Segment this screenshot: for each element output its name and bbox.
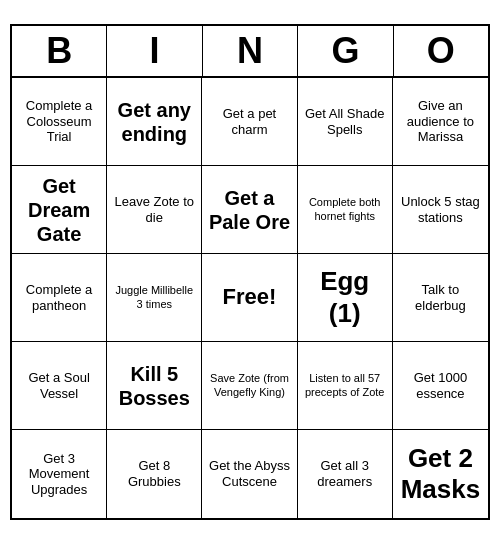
- cell-text-17: Save Zote (from Vengefly King): [206, 372, 292, 398]
- header-letter-n: N: [203, 26, 298, 76]
- bingo-cell-15: Get a Soul Vessel: [12, 342, 107, 430]
- bingo-cell-20: Get 3 Movement Upgrades: [12, 430, 107, 518]
- cell-text-24: Get 2 Masks: [397, 443, 484, 505]
- bingo-card: BINGO Complete a Colosseum TrialGet any …: [10, 24, 490, 520]
- bingo-cell-5: Get Dream Gate: [12, 166, 107, 254]
- cell-text-16: Kill 5 Bosses: [111, 362, 197, 410]
- bingo-cell-0: Complete a Colosseum Trial: [12, 78, 107, 166]
- bingo-cell-12: Free!: [202, 254, 297, 342]
- bingo-cell-1: Get any ending: [107, 78, 202, 166]
- bingo-cell-21: Get 8 Grubbies: [107, 430, 202, 518]
- bingo-cell-19: Get 1000 essence: [393, 342, 488, 430]
- bingo-cell-10: Complete a pantheon: [12, 254, 107, 342]
- bingo-cell-8: Complete both hornet fights: [298, 166, 393, 254]
- header-letter-b: B: [12, 26, 107, 76]
- cell-text-10: Complete a pantheon: [16, 282, 102, 313]
- cell-text-6: Leave Zote to die: [111, 194, 197, 225]
- cell-text-13: Egg (1): [302, 266, 388, 328]
- header-letter-g: G: [298, 26, 393, 76]
- bingo-cell-9: Unlock 5 stag stations: [393, 166, 488, 254]
- header-letter-o: O: [394, 26, 488, 76]
- bingo-cell-11: Juggle Millibelle 3 times: [107, 254, 202, 342]
- bingo-header: BINGO: [12, 26, 488, 78]
- cell-text-15: Get a Soul Vessel: [16, 370, 102, 401]
- cell-text-4: Give an audience to Marissa: [397, 98, 484, 145]
- bingo-cell-18: Listen to all 57 precepts of Zote: [298, 342, 393, 430]
- bingo-cell-3: Get All Shade Spells: [298, 78, 393, 166]
- cell-text-9: Unlock 5 stag stations: [397, 194, 484, 225]
- bingo-grid: Complete a Colosseum TrialGet any ending…: [12, 78, 488, 518]
- bingo-cell-23: Get all 3 dreamers: [298, 430, 393, 518]
- header-letter-i: I: [107, 26, 202, 76]
- cell-text-0: Complete a Colosseum Trial: [16, 98, 102, 145]
- bingo-cell-17: Save Zote (from Vengefly King): [202, 342, 297, 430]
- bingo-cell-22: Get the Abyss Cutscene: [202, 430, 297, 518]
- cell-text-19: Get 1000 essence: [397, 370, 484, 401]
- cell-text-2: Get a pet charm: [206, 106, 292, 137]
- bingo-cell-16: Kill 5 Bosses: [107, 342, 202, 430]
- cell-text-18: Listen to all 57 precepts of Zote: [302, 372, 388, 398]
- cell-text-20: Get 3 Movement Upgrades: [16, 451, 102, 498]
- cell-text-3: Get All Shade Spells: [302, 106, 388, 137]
- bingo-cell-14: Talk to elderbug: [393, 254, 488, 342]
- bingo-cell-7: Get a Pale Ore: [202, 166, 297, 254]
- bingo-cell-4: Give an audience to Marissa: [393, 78, 488, 166]
- bingo-cell-24: Get 2 Masks: [393, 430, 488, 518]
- cell-text-22: Get the Abyss Cutscene: [206, 458, 292, 489]
- cell-text-23: Get all 3 dreamers: [302, 458, 388, 489]
- bingo-cell-2: Get a pet charm: [202, 78, 297, 166]
- cell-text-11: Juggle Millibelle 3 times: [111, 284, 197, 310]
- bingo-cell-6: Leave Zote to die: [107, 166, 202, 254]
- cell-text-12: Free!: [223, 284, 277, 310]
- cell-text-1: Get any ending: [111, 98, 197, 146]
- cell-text-14: Talk to elderbug: [397, 282, 484, 313]
- bingo-cell-13: Egg (1): [298, 254, 393, 342]
- cell-text-8: Complete both hornet fights: [302, 196, 388, 222]
- cell-text-7: Get a Pale Ore: [206, 186, 292, 234]
- cell-text-21: Get 8 Grubbies: [111, 458, 197, 489]
- cell-text-5: Get Dream Gate: [16, 174, 102, 246]
